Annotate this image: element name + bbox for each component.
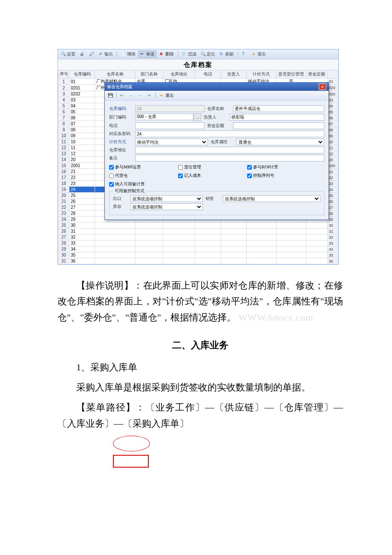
col-bin[interactable]: 是否货位管理 xyxy=(276,70,306,78)
dialog-first-button[interactable]: ⇤ xyxy=(119,93,127,98)
checkbox-serial[interactable]: 控制序列号 xyxy=(247,173,311,179)
cell-seq: 9 xyxy=(58,127,69,133)
input-addr[interactable] xyxy=(135,147,324,153)
cell-code: 25 xyxy=(69,193,95,199)
select-stock[interactable]: 按系统选项控制 xyxy=(130,203,203,210)
delete-button[interactable]: ✖删除 xyxy=(158,51,175,57)
checkbox-bin-input[interactable] xyxy=(178,165,183,170)
dialog-body: 仓库编码 仓库名称 部门编码 … 负责人 电话 资金定额 xyxy=(105,101,329,220)
select-attr[interactable]: 普通仓 xyxy=(236,139,324,145)
export-button[interactable]: ↗输出 xyxy=(97,51,114,57)
input-quota[interactable] xyxy=(233,122,324,129)
col-phone[interactable]: 电话 xyxy=(195,70,221,78)
col-dept[interactable]: 部门名称 xyxy=(135,70,163,78)
checkbox-mrp[interactable]: 参与MRP运算 xyxy=(109,164,173,170)
cell-seq: 13 xyxy=(58,151,69,157)
refresh-button[interactable]: ↻刷新 xyxy=(218,51,235,57)
filter-label: 过滤 xyxy=(188,51,196,57)
locate-button[interactable]: 🔍定位 xyxy=(199,51,216,57)
cell-phone xyxy=(195,246,221,252)
table-row[interactable]: 283333 xyxy=(58,240,338,246)
ellipsis-icon: … xyxy=(196,115,199,119)
col-seq[interactable]: 序号 xyxy=(58,70,69,78)
dialog-save-button[interactable]: 💾 xyxy=(107,93,114,98)
table-row[interactable]: 303535 xyxy=(58,252,338,258)
checkbox-avail[interactable]: 纳入可用量计算 xyxy=(109,181,173,187)
cell-code: 28 xyxy=(69,211,95,217)
cell-seq: 5 xyxy=(58,103,69,109)
dialog-titlebar[interactable]: 修改仓库档案 ✕ xyxy=(105,83,329,91)
cell-addr xyxy=(163,240,195,246)
cell-phone xyxy=(195,228,221,234)
table-row[interactable]: 273232 xyxy=(58,234,338,240)
select-method[interactable]: 移动平均法 xyxy=(135,139,208,145)
table-header-row: 序号 仓库编码 仓库名称 部门名称 仓库地址 电话 负责人 计价方式 是否货位管… xyxy=(58,70,338,78)
toolbar-separator xyxy=(238,51,238,57)
col-name[interactable]: 仓库名称 xyxy=(95,70,135,78)
select-sale[interactable]: 按系统选项控制 xyxy=(223,195,320,202)
col-person[interactable]: 负责人 xyxy=(221,70,246,78)
checkbox-custody[interactable]: 代管仓 xyxy=(109,173,173,179)
col-quota[interactable]: 资金定额 xyxy=(306,70,327,78)
checkbox-rop[interactable]: 参与ROP计算 xyxy=(247,164,311,170)
col-code[interactable]: 仓库编码 xyxy=(69,70,95,78)
label-name: 仓库名称 xyxy=(207,106,231,112)
cell-addr xyxy=(163,228,195,234)
exit-button[interactable]: ➜退出 xyxy=(250,51,267,57)
exit-label: 退出 xyxy=(257,51,266,57)
cell-person xyxy=(221,258,246,264)
toolbar-separator xyxy=(156,92,156,98)
checkbox-custody-input[interactable] xyxy=(109,173,114,178)
help-button[interactable]: ? xyxy=(241,52,248,57)
delete-label: 删除 xyxy=(165,51,174,57)
select-exit-ctrl[interactable]: 按系统选项控制 xyxy=(130,195,203,202)
cell-bin xyxy=(276,234,306,240)
table-row[interactable]: 253030 xyxy=(58,223,338,228)
preview-button[interactable]: 🔎 xyxy=(88,52,95,57)
checkbox-rop-input[interactable] xyxy=(247,165,252,170)
input-person[interactable] xyxy=(230,114,324,121)
cell-code: 0201 xyxy=(69,85,95,91)
dialog-exit-button[interactable]: ➜退出 xyxy=(158,92,175,98)
cell-addr xyxy=(163,258,195,264)
checkbox-mrp-input[interactable] xyxy=(109,165,114,170)
col-method[interactable]: 计价方式 xyxy=(246,70,276,78)
close-button[interactable]: ✕ xyxy=(319,84,326,90)
delete-icon: ✖ xyxy=(159,52,164,57)
dialog-last-button[interactable]: ⇥ xyxy=(146,93,153,98)
dialog-next-button[interactable]: → xyxy=(137,93,144,98)
filter-button[interactable]: ▽过滤 xyxy=(181,51,198,57)
annotation-group xyxy=(113,436,343,468)
table-row[interactable]: 293434 xyxy=(58,246,338,252)
checkbox-cost-input[interactable] xyxy=(178,173,183,178)
checkbox-avail-input[interactable] xyxy=(109,182,114,187)
add-button[interactable]: 📄增加 xyxy=(120,51,137,57)
checkbox-bin[interactable]: 货位管理 xyxy=(178,164,242,170)
dialog-prev-button[interactable]: ← xyxy=(128,93,135,98)
checkbox-rop-label: 参与ROP计算 xyxy=(253,164,278,170)
label-sale: 销售 xyxy=(205,196,220,202)
col-addr[interactable]: 仓库地址 xyxy=(163,70,195,78)
input-barcode[interactable] xyxy=(135,130,324,137)
settings-button[interactable]: 🔍设置 xyxy=(60,51,77,57)
cell-quota xyxy=(306,223,327,228)
input-remark[interactable] xyxy=(135,155,324,162)
input-dept-code[interactable] xyxy=(135,113,193,120)
checkbox-serial-input[interactable] xyxy=(247,173,252,178)
cell-code: 20 xyxy=(69,157,95,163)
cell-tail: 23 xyxy=(327,181,338,187)
cell-person xyxy=(221,223,246,228)
edit-button[interactable]: ✏修改 xyxy=(138,51,156,58)
cell-tail: 36 xyxy=(327,258,338,264)
edit-label: 修改 xyxy=(146,51,155,57)
print-button[interactable]: 🖨 xyxy=(78,52,86,57)
input-phone[interactable] xyxy=(135,122,205,129)
input-code[interactable] xyxy=(135,105,205,112)
edit-icon: ✏ xyxy=(140,52,145,57)
cell-code: 0202 xyxy=(69,91,95,97)
input-name[interactable] xyxy=(233,105,324,112)
table-row[interactable]: 263131 xyxy=(58,228,338,234)
checkbox-cost[interactable]: 记入成本 xyxy=(178,173,242,179)
table-row[interactable]: 313636 xyxy=(58,258,338,264)
lookup-dept-button[interactable]: … xyxy=(193,113,201,121)
